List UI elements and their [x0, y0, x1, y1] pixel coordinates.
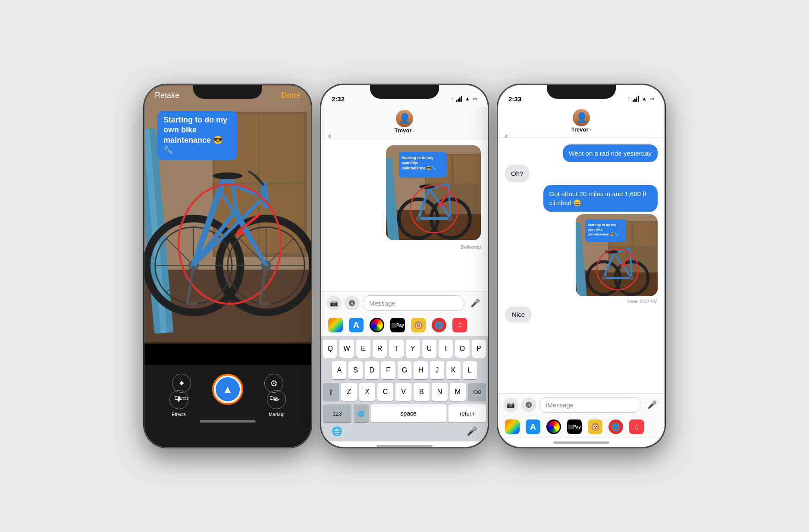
photos-icon-2[interactable]	[328, 318, 343, 332]
key-h[interactable]: H	[414, 361, 428, 379]
kb-mic-icon[interactable]: 🎤	[467, 426, 477, 436]
key-z[interactable]: Z	[341, 383, 357, 401]
msg-bubble-nice: Nice	[505, 307, 532, 322]
apps-button-3[interactable]: 🅐	[521, 397, 536, 412]
key-f[interactable]: F	[381, 361, 395, 379]
globe-key[interactable]: 🌐	[354, 404, 369, 422]
key-j[interactable]: J	[430, 361, 444, 379]
svg-point-32	[213, 172, 242, 179]
markup-item[interactable]: ✒ Markup	[267, 390, 286, 417]
return-key[interactable]: return	[448, 404, 486, 422]
msg-row-nice: Nice	[505, 307, 658, 322]
send-button-wrapper[interactable]: ▲	[212, 374, 243, 405]
messages-content-2: Starting to do my own bike maintenance 😎…	[321, 138, 488, 291]
key-l[interactable]: L	[463, 361, 477, 379]
notch-2	[370, 85, 439, 99]
msg-photo-2[interactable]: Starting to do my own bike maintenance 😎…	[386, 145, 481, 240]
speech-bubble-1: Starting to do my own bike maintenance 😎…	[157, 111, 237, 160]
key-i[interactable]: I	[439, 340, 453, 358]
delivered-text: Delivered	[328, 244, 481, 250]
home-indicator-2	[376, 445, 433, 447]
signal-bars-2	[456, 96, 462, 102]
msg-photo-3[interactable]: Starting to do my own bike maintenance 😎…	[576, 214, 658, 296]
effects-wheel-icon-2[interactable]	[370, 318, 384, 332]
effects-item[interactable]: ✦ Effects	[169, 390, 188, 417]
mic-button-3[interactable]: 🎤	[645, 397, 659, 412]
applepay-icon-2[interactable]: ⬛Pay	[390, 318, 405, 332]
key-n[interactable]: N	[432, 383, 448, 401]
status-icons-2: ↑ ▲ ▭	[451, 96, 477, 102]
phone-1: Retake Done	[144, 84, 312, 448]
key-row-bottom: 123 🌐 space return	[323, 404, 486, 422]
mic-button-2[interactable]: 🎤	[468, 296, 483, 310]
key-x[interactable]: X	[359, 383, 375, 401]
key-q[interactable]: Q	[323, 340, 337, 358]
delete-key[interactable]: ⌫	[468, 383, 486, 401]
contact-avatar-3[interactable]: 👤	[573, 109, 590, 126]
key-a[interactable]: A	[332, 361, 346, 379]
kb-bottom-row: 🌐 🎤	[323, 422, 486, 438]
contact-name-2[interactable]: Trevor ›	[395, 127, 414, 134]
phone2-screen: 2:32 ↑ ▲ ▭ ‹ 👤	[321, 85, 488, 447]
applepay-icon-3[interactable]: ⬛Pay	[567, 419, 582, 434]
key-m[interactable]: M	[450, 383, 466, 401]
key-t[interactable]: T	[389, 340, 403, 358]
key-d[interactable]: D	[365, 361, 379, 379]
camera-bottom: ✦ Effects ▲ ⚙ Edit	[144, 365, 311, 447]
svg-point-57	[448, 216, 453, 221]
music-icon-2[interactable]: ♫	[452, 318, 467, 332]
space-key[interactable]: space	[371, 404, 446, 422]
msg-row-2: Oh?	[505, 165, 658, 182]
markup-text: Markup	[269, 412, 285, 417]
message-input-2[interactable]: Message	[363, 295, 464, 311]
appstore-icon-2[interactable]: A	[349, 318, 364, 332]
numbers-key[interactable]: 123	[323, 404, 351, 422]
contact-avatar-2[interactable]: 👤	[396, 110, 413, 127]
retake-button[interactable]: Retake	[155, 91, 179, 100]
shift-key[interactable]: ⇧	[323, 383, 339, 401]
globe-icon-3[interactable]: 🌐	[608, 419, 623, 434]
back-button-2[interactable]: ‹	[328, 131, 331, 141]
key-r[interactable]: R	[373, 340, 387, 358]
key-u[interactable]: U	[422, 340, 436, 358]
camera-button-3[interactable]: 📷	[503, 397, 518, 412]
apps-button-2[interactable]: 🅐	[345, 296, 359, 310]
svg-point-79	[602, 276, 606, 280]
key-b[interactable]: B	[414, 383, 430, 401]
key-e[interactable]: E	[356, 340, 370, 358]
back-button-3[interactable]: ‹	[505, 131, 508, 141]
svg-rect-5	[260, 114, 304, 182]
key-p[interactable]: P	[472, 340, 486, 358]
phone3-screen: 2:33 ↑ ▲ ▭ ‹ 👤	[498, 85, 665, 447]
imessage-input-3[interactable]: iMessage	[539, 397, 641, 413]
key-w[interactable]: W	[339, 340, 354, 358]
camera-button-2[interactable]: 📷	[326, 296, 341, 310]
msg-bubble-miles: Got about 20 miles in and 1,600 ft climb…	[543, 185, 658, 212]
key-k[interactable]: K	[446, 361, 461, 379]
location-icon: ↑	[451, 96, 453, 102]
monkey-icon-2[interactable]: 🐵	[411, 318, 426, 332]
key-s[interactable]: S	[348, 361, 363, 379]
appstore-icon-3[interactable]: A	[526, 419, 540, 434]
effects-wheel-icon-3[interactable]	[546, 419, 561, 434]
messages-content-3: Went on a rad ride yesterday Oh? Got abo…	[498, 138, 665, 393]
camera-photo: Starting to do my own bike maintenance 😎…	[144, 85, 311, 344]
send-icon: ▲	[216, 377, 240, 401]
contact-name-3[interactable]: Trevor ›	[571, 126, 591, 133]
key-o[interactable]: O	[455, 340, 469, 358]
send-button[interactable]: ▲	[212, 374, 243, 405]
music-icon-3[interactable]: ♫	[629, 419, 644, 434]
key-v[interactable]: V	[395, 383, 411, 401]
svg-text:own bike: own bike	[588, 228, 603, 232]
key-g[interactable]: G	[398, 361, 412, 379]
key-c[interactable]: C	[377, 383, 393, 401]
globe-icon-2[interactable]: 🌐	[432, 318, 446, 332]
phone-2: 2:32 ↑ ▲ ▭ ‹ 👤	[320, 84, 489, 448]
input-area-3: 📷 🅐 iMessage 🎤	[498, 393, 665, 416]
monkey-icon-3[interactable]: 🐵	[588, 419, 602, 434]
done-button[interactable]: Done	[281, 91, 301, 100]
emoji-globe-icon[interactable]: 🌐	[332, 426, 342, 436]
photos-icon-3[interactable]	[505, 419, 520, 434]
svg-rect-46	[454, 155, 479, 183]
key-y[interactable]: Y	[406, 340, 420, 358]
